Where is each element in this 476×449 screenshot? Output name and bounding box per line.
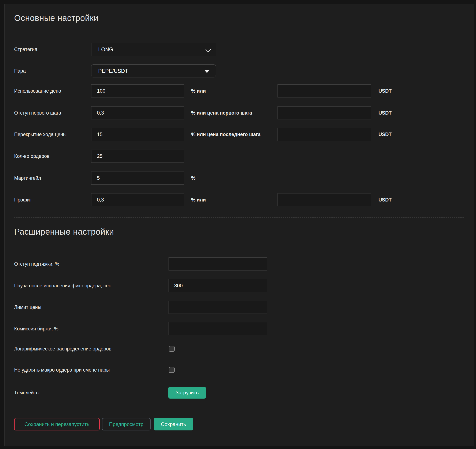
save-restart-button[interactable]: Сохранить и перезапустить xyxy=(14,418,100,430)
caret-down-icon xyxy=(204,70,210,73)
log-distribution-checkbox[interactable] xyxy=(169,346,175,352)
keep-macro-orders-label: Не удалять макро ордера при смене пары xyxy=(14,363,110,376)
first-step-offset-label: Отступ первого шага xyxy=(14,106,61,119)
pullback-offset-input[interactable] xyxy=(168,258,267,270)
pause-after-fix-order-input[interactable] xyxy=(168,279,267,292)
log-distribution-label: Логарифмическое распределение ордеров xyxy=(14,342,111,355)
exchange-fee-input[interactable] xyxy=(168,322,267,335)
orders-count-label: Кол-во ордеров xyxy=(14,150,49,163)
price-overlap-label: Перекрытие хода цены xyxy=(14,128,67,141)
pair-select-value: PEPE/USDT xyxy=(98,68,128,74)
orders-count-input[interactable] xyxy=(91,150,184,163)
advanced-settings-title: Расширенные настройки xyxy=(14,227,114,236)
deposit-usage-input[interactable] xyxy=(91,84,184,97)
first-step-offset-input[interactable] xyxy=(91,106,184,119)
basic-settings-title: Основные настройки xyxy=(14,13,98,23)
separator xyxy=(14,248,464,248)
save-button[interactable]: Сохранить xyxy=(154,418,193,430)
strategy-select-value: LONG xyxy=(98,46,113,53)
pause-after-fix-order-label: Пауза после исполнения фикс-ордера, сек xyxy=(14,279,111,292)
price-overlap-input[interactable] xyxy=(91,128,184,141)
last-step-price-input[interactable] xyxy=(277,128,371,141)
strategy-select[interactable]: LONG xyxy=(91,43,216,56)
profit-label: Профит xyxy=(14,193,32,206)
price-overlap-mid-label: % или цена последнего шага xyxy=(191,128,261,141)
pair-label: Пара xyxy=(14,64,26,78)
pullback-offset-label: Отступ подтяжки, % xyxy=(14,258,59,270)
separator xyxy=(14,217,464,218)
deposit-usage-mid-label: % или xyxy=(191,84,206,97)
price-limit-label: Лимит цены xyxy=(14,301,41,314)
separator xyxy=(14,409,464,409)
profit-usdt-input[interactable] xyxy=(277,193,371,206)
exchange-fee-label: Комиссия биржи, % xyxy=(14,322,58,335)
separator xyxy=(14,34,464,34)
martingale-unit-label: % xyxy=(191,172,195,185)
martingale-input[interactable] xyxy=(91,172,184,185)
profit-mid-label: % или xyxy=(191,193,206,206)
price-overlap-unit-label: USDT xyxy=(379,128,392,141)
pair-select[interactable]: PEPE/USDT xyxy=(91,64,216,78)
price-limit-input[interactable] xyxy=(168,301,267,314)
deposit-usage-unit-label: USDT xyxy=(379,84,392,97)
first-step-offset-unit-label: USDT xyxy=(379,106,392,119)
deposit-usage-usdt-input[interactable] xyxy=(277,84,371,97)
profit-unit-label: USDT xyxy=(379,193,392,206)
keep-macro-orders-checkbox[interactable] xyxy=(169,367,175,373)
martingale-label: Мартингейл xyxy=(14,172,41,185)
settings-panel: Основные настройки Стратегия LONG Пара P… xyxy=(5,4,473,446)
deposit-usage-label: Использование депо xyxy=(14,84,61,97)
first-step-price-input[interactable] xyxy=(277,106,371,119)
first-step-offset-mid-label: % или цена первого шага xyxy=(191,106,252,119)
preview-button[interactable]: Предпросмотр xyxy=(102,418,151,430)
strategy-label: Стратегия xyxy=(14,43,37,56)
profit-input[interactable] xyxy=(91,193,184,206)
chevron-down-icon xyxy=(206,48,211,54)
templates-load-button[interactable]: Загрузить xyxy=(168,387,206,398)
templates-label: Темплейты xyxy=(14,386,40,399)
